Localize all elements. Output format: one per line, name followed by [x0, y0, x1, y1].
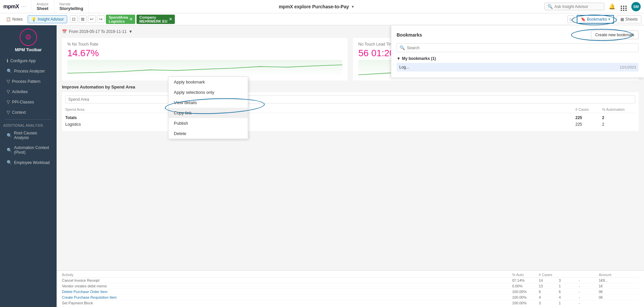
logo-area: mpmX ···	[3, 3, 26, 10]
sidebar-item-automation-context[interactable]: 🔍 Automation Context (Pivot)	[3, 143, 53, 157]
app-logo: mpmX	[3, 4, 19, 10]
bookmark-date-value: 12/1/2023	[620, 65, 636, 69]
app-title-dropdown-icon[interactable]: ▼	[351, 5, 355, 9]
bookmark-item-log[interactable]: Log... 12/1/2023	[397, 63, 639, 72]
bottom-table-row-4: Create Purchase Requisition Item 100.00%…	[62, 295, 639, 300]
bottom-table-row-2: Vendor creates debit memo 0.00% 13 1 - 1…	[62, 283, 639, 289]
spend-area-filter-input-label: Spend Area	[68, 97, 89, 102]
no-touch-rate-card: % No Touch Rate 14.67%	[62, 38, 348, 80]
spend-area-filter-tag[interactable]: SpendAreaLogistics ✕	[106, 15, 135, 24]
process-analyzer-icon: 🔍	[7, 69, 12, 74]
sidebar-item-root-causes[interactable]: 🔍 Root Causes Analysis	[3, 128, 53, 142]
sidebar-item-context[interactable]: ▽ Context	[3, 107, 53, 117]
bookmarks-panel-header: Bookmarks Create new bookmark	[397, 31, 639, 39]
menu-label-narrate: Narrate	[60, 2, 84, 6]
date-filter-dropdown-icon[interactable]: ▼	[129, 29, 133, 34]
sidebar-item-label-process-analyzer: Process Analyzer	[14, 69, 45, 74]
sidebar-item-configure[interactable]: ℹ Configure App	[3, 56, 53, 66]
notes-icon: 📋	[6, 17, 11, 22]
bookmark-search-input[interactable]	[407, 46, 636, 50]
bookmark-search-box[interactable]: 🔍	[397, 43, 639, 52]
top-menu: Analyze Sheet Narrate Storytelling	[31, 0, 89, 13]
second-bar-right: ⌂ 🔖 Bookmarks ▾ ▦ Sheets	[567, 15, 641, 24]
sidebar-logo: ⚙ MPM Toolbar	[15, 29, 42, 52]
notes-tab[interactable]: 📋 Notes	[3, 16, 26, 23]
grid-apps-icon[interactable]	[620, 1, 628, 12]
sidebar-divider	[5, 119, 52, 120]
bookmarks-button[interactable]: 🔖 Bookmarks ▾	[577, 15, 614, 24]
search-icon: 🔍	[547, 4, 553, 9]
menu-item-narrate[interactable]: Narrate Storytelling	[54, 0, 89, 13]
automation-logo-icon: ⚙	[20, 29, 37, 46]
sidebar: ⚙ MPM Toolbar ℹ Configure App 🔍 Process …	[0, 25, 57, 307]
sheets-button[interactable]: ▦ Sheets	[617, 15, 641, 23]
undo-icon[interactable]: ↩	[88, 15, 96, 23]
menu-title-sheet: Sheet	[37, 6, 49, 11]
bookmark-my-bookmarks-header: ▼ My bookmarks (1)	[397, 56, 639, 61]
menu-item-analyze[interactable]: Analyze Sheet	[31, 0, 54, 13]
sidebar-item-label-activities: Activities	[12, 89, 28, 94]
top-bar-right: 🔍 🔔 SM	[544, 1, 641, 12]
user-avatar[interactable]: SM	[631, 2, 641, 11]
row-automation-totals: 2	[602, 115, 635, 120]
redo-icon[interactable]: ↪	[97, 15, 105, 23]
insight-advisor-tab[interactable]: 💡 Insight Advisor	[28, 15, 67, 23]
app-title: mpmX explore Purchase-to-Pay	[279, 4, 349, 9]
bookmarks-panel: Bookmarks Create new bookmark 🔍 ▼ My boo…	[391, 25, 644, 78]
chevron-down-icon: ▼	[397, 56, 401, 61]
home-icon[interactable]: ⌂	[567, 15, 574, 23]
date-filter-label: From 2019-05-17 To 2019-11-11	[69, 29, 127, 34]
context-menu-view-details[interactable]: View details	[168, 97, 248, 108]
notes-label: Notes	[12, 17, 23, 22]
row-label-logistics: Logistics	[65, 122, 575, 127]
context-menu-apply-bookmark[interactable]: Apply bookmark	[168, 77, 248, 87]
company-filter-tag[interactable]: CompanyMEHRWERK EU ✕	[137, 15, 174, 24]
row-cases-logistics: 225	[575, 122, 602, 127]
row-cases-totals: 225	[575, 115, 602, 120]
insight-search-box[interactable]: 🔍	[544, 3, 604, 10]
col-spend-area: Spend Area	[65, 107, 575, 111]
sidebar-item-label-context: Context	[12, 110, 26, 115]
context-menu-apply-selections[interactable]: Apply selections only	[168, 87, 248, 97]
search-input[interactable]	[554, 4, 601, 9]
no-touch-rate-chart	[67, 60, 342, 77]
bottom-table-row-3: Delete Purchase Order Item 100.00% 6 6 -…	[62, 289, 639, 295]
context-menu: Apply bookmark Apply selections only Vie…	[168, 77, 248, 139]
spend-filter-bar[interactable]: Spend Area	[65, 95, 635, 103]
sidebar-title: MPM Toolbar	[15, 47, 42, 52]
process-pattern-icon: ▽	[7, 79, 10, 84]
company-filter-label: CompanyMEHRWERK EU	[139, 15, 167, 23]
ppi-classes-icon: ▽	[7, 99, 10, 104]
filter-lasso-icon[interactable]: ⊠	[79, 15, 87, 23]
bookmark-item-label: Log...	[399, 65, 409, 70]
notification-icon[interactable]: 🔔	[608, 2, 616, 11]
sidebar-item-process-analyzer[interactable]: 🔍 Process Analyzer	[3, 66, 53, 76]
insight-label: Insight Advisor	[38, 17, 64, 22]
sidebar-item-employee-workload[interactable]: 🔍 Employee Workload	[3, 158, 53, 167]
sidebar-item-label-root-causes: Root Causes Analysis	[14, 131, 50, 140]
ellipsis-icon[interactable]: ···	[21, 3, 26, 10]
my-bookmarks-label: My bookmarks (1)	[402, 56, 436, 61]
filter-snap-icon[interactable]: ⊡	[70, 15, 78, 23]
context-icon: ▽	[7, 110, 10, 115]
menu-title-storytelling: Storytelling	[60, 6, 84, 11]
spend-table-header: Spend Area # Cases % Automation	[65, 106, 635, 113]
sheets-label: Sheets	[625, 17, 638, 22]
bottom-table-row-5: Set Payment Block 100.00% 3 1 -	[62, 300, 639, 306]
improve-section-title: Improve Automation by Spend Area	[62, 84, 639, 89]
sidebar-item-process-pattern[interactable]: ▽ Process Pattern	[3, 77, 53, 86]
create-new-bookmark-button[interactable]: Create new bookmark	[591, 31, 639, 39]
menu-label-analyze: Analyze	[37, 2, 49, 6]
bottom-table-row-1: Cancel Invoice Receipt 07.14% 14 3 - 1€8…	[62, 278, 639, 283]
company-close-icon[interactable]: ✕	[169, 17, 172, 22]
spend-area-close-icon[interactable]: ✕	[129, 17, 133, 22]
context-menu-copy-link[interactable]: Copy link	[168, 108, 248, 118]
col-cases: # Cases	[575, 107, 602, 111]
sidebar-item-activities[interactable]: ▽ Activities	[3, 87, 53, 96]
sidebar-item-label-ppi-classes: PPI-Classes	[12, 100, 34, 104]
context-menu-delete[interactable]: Delete	[168, 128, 248, 139]
context-menu-publish[interactable]: Publish	[168, 118, 248, 128]
root-causes-icon: 🔍	[7, 133, 12, 138]
sidebar-item-ppi-classes[interactable]: ▽ PPI-Classes	[3, 97, 53, 107]
spend-area-box: Spend Area Spend Area # Cases % Automati…	[62, 92, 639, 131]
